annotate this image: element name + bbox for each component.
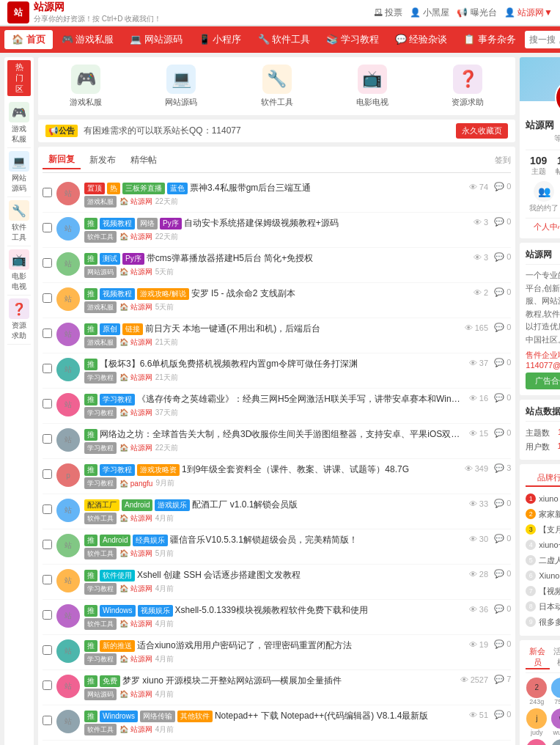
post-title[interactable]: 【极坏3】6.6单机版免费搭机视频教程内置gm令牌可做任务打深渊 [100, 358, 465, 370]
post-title[interactable]: 梦罗 xiuno 开源模块二开整站网站源码—横展加全量插件 [122, 675, 456, 687]
rank-item[interactable]: 1 xiuno (锋罗) 如平模板二开电暖位网 [526, 491, 560, 507]
post-title[interactable]: 自动安卡系统搭建保姆级视频教程+源码 [184, 217, 469, 230]
member-item[interactable]: 7 7537 [550, 678, 560, 705]
hot-tv[interactable]: 📺 电影电视 [7, 246, 31, 296]
expose-link[interactable]: 📢 曝光台 [457, 7, 496, 19]
post-checkbox[interactable] [43, 399, 52, 408]
nav-item-exp[interactable]: 💬 经验杂谈 [388, 30, 455, 49]
post-author-link[interactable]: 站源网 [130, 725, 152, 733]
post-checkbox[interactable] [43, 540, 52, 549]
post-checkbox[interactable] [43, 223, 52, 232]
sign-in-btn[interactable]: 签到 [495, 155, 511, 166]
post-author-link[interactable]: 站源网 [130, 655, 152, 663]
post-checkbox[interactable] [43, 716, 52, 725]
post-title[interactable]: Notepad++ 下载 Notepad++(代码编辑器) V8.1.4最新版 [215, 710, 465, 722]
post-checkbox[interactable] [43, 188, 52, 197]
rank-item[interactable]: 4 xiuno~GU企升新版 [526, 537, 560, 553]
hot-tools[interactable]: 🔧 软件工具 [7, 197, 31, 246]
post-author-link[interactable]: 站源网 [130, 584, 152, 592]
action-my-follows[interactable]: 👥 我的约了 [529, 181, 559, 213]
post-author-link[interactable]: 站源网 [130, 303, 152, 311]
hot-help[interactable]: ❓ 资源求助 [7, 296, 31, 345]
post-title[interactable]: 安罗 I5 - 战余命2 支线副本 [191, 287, 469, 300]
post-checkbox[interactable] [43, 258, 52, 268]
post-title[interactable]: 疆信音乐V10.5.3.1解锁超级会员，完美精简版！ [170, 534, 464, 546]
post-checkbox[interactable] [43, 329, 52, 338]
hot-code[interactable]: 💻 网站源码 [7, 148, 31, 197]
hot-game[interactable]: 🎮 游戏私服 [7, 99, 31, 148]
post-checkbox[interactable] [43, 504, 52, 514]
post-checkbox[interactable] [43, 680, 52, 690]
post-author-link[interactable]: 站源网 [130, 620, 152, 628]
user-menu[interactable]: 👤 站源网▼ [504, 7, 553, 19]
vote-link[interactable]: 🗳 投票 [374, 7, 402, 19]
post-title[interactable]: Xshell-5.0.1339模块视频教程软件免费下载和使用 [175, 604, 465, 617]
hot-label: 热门区 [7, 60, 31, 96]
post-title[interactable]: 适合xiuno游戏用用户密码记了，管理密码重置闭配方法 [137, 639, 465, 652]
search-input[interactable] [525, 31, 560, 48]
members-tab-active[interactable]: 活跃榜 [550, 646, 560, 669]
post-title[interactable]: 网络边之坊：全球首告关大制，经典3D收服你生间关手游图组整器，支持安卓、平果iO… [100, 428, 465, 441]
post-author-link[interactable]: pangfu [130, 480, 153, 488]
post-checkbox[interactable] [43, 469, 52, 479]
nav-item-tools[interactable]: 🔧 软件工具 [251, 30, 318, 49]
member-item[interactable]: w wuyto [550, 708, 560, 736]
tab-featured[interactable]: 精华帖 [125, 152, 163, 169]
nav-item-game[interactable]: 🎮 游戏私服 [54, 30, 122, 49]
rank-item[interactable]: 2 家家新~xiuno支付转, 哈哈哈哈, 我 [526, 507, 560, 522]
post-category: 软件工具 [84, 513, 117, 524]
post-checkbox[interactable] [43, 575, 52, 584]
notice-btn[interactable]: 永久收藏页 [456, 123, 508, 139]
rank-item[interactable]: 7 【视频帖格2011年】特给出[文字文 [526, 584, 560, 599]
post-title[interactable]: 前日方天 本地一键通(不用出和机)，后端后台 [145, 323, 460, 335]
nav-item-home[interactable]: 🏠 首页 [4, 30, 53, 49]
post-author-link[interactable]: 站源网 [130, 408, 152, 416]
cat-game[interactable]: 🎮 游戏私服 [38, 62, 133, 111]
rank-item[interactable]: 3 【支月发】新功坐些台幼步步 [526, 522, 560, 537]
post-author-link[interactable]: 站源网 [130, 373, 152, 381]
post-author-link[interactable]: 站源网 [130, 338, 152, 346]
post-title[interactable]: 票神3.4私服带gm后台三端互通 [190, 182, 465, 194]
rank-tab-brand[interactable]: 品牌行 [526, 470, 560, 487]
post-checkbox[interactable] [43, 610, 52, 620]
nav-item-code[interactable]: 💻 网站源码 [122, 30, 190, 49]
members-tab-new[interactable]: 新会员 [526, 646, 549, 669]
post-title[interactable]: 《逃存传奇之英雄霸业》：经典三网H5全网激活H联关手写，讲带安卓赛本和Win赛务… [137, 393, 465, 405]
cat-tools[interactable]: 🔧 软件工具 [229, 62, 325, 111]
rank-item[interactable]: 6 XiunoBBS 手启上播降位游戏发布版 [526, 568, 560, 584]
member-item[interactable]: 2 243g [526, 678, 548, 705]
cat-help[interactable]: ❓ 资源求助 [420, 62, 515, 111]
post-checkbox[interactable] [43, 645, 52, 655]
cat-code[interactable]: 💻 网站源码 [133, 62, 229, 111]
member-item[interactable]: l lulu [526, 739, 548, 745]
post-title[interactable]: 配酒工厂 v1.0.1解锁会员版 [192, 499, 464, 511]
post-checkbox[interactable] [43, 434, 52, 444]
rank-item[interactable]: 5 二虚人版 4K 更新*9度 太片 木风 尾 [526, 553, 560, 568]
cat-tv[interactable]: 📺 电影电视 [325, 62, 420, 111]
post-title[interactable]: Xshell 创建 SSH 会话逐步搭建图文发教程 [137, 569, 465, 581]
post-title[interactable]: 带cms弹幕播放器搭建H5后台 简化+免授权 [147, 252, 469, 265]
nav-item-tutorial[interactable]: 📚 学习教程 [319, 30, 386, 49]
post-author-link[interactable]: 站源网 [130, 197, 152, 205]
blacklist-link[interactable]: 👤 小黑屋 [410, 7, 449, 19]
post-author-link[interactable]: 站源网 [130, 232, 152, 241]
rank-item[interactable]: 8 日本动漫电影全素全机儿几 戒 看量 [526, 599, 560, 614]
ad-box[interactable]: 广告合作QQ: 110077 [526, 372, 560, 389]
post-checkbox[interactable] [43, 293, 52, 303]
post-author-link[interactable]: 站源网 [130, 444, 152, 452]
personal-center-link[interactable]: 个人中心 [534, 221, 560, 232]
member-item[interactable]: 赵 赵七虎 [550, 739, 560, 745]
tab-new-post[interactable]: 新发布 [84, 152, 122, 169]
post-author-link[interactable]: 站源网 [130, 690, 152, 698]
tab-new-reply[interactable]: 新回复 [43, 151, 81, 169]
nav-item-misc[interactable]: 📋 事务杂务 [456, 30, 523, 49]
post-author-link[interactable]: 站源网 [130, 514, 152, 522]
post-author-link[interactable]: 站源网 [130, 268, 152, 276]
post-checkbox[interactable] [43, 364, 52, 373]
rank-item[interactable]: 9 很多多以播你全家机儿几 戒 游戏 名 [526, 614, 560, 630]
member-name: 7537 [550, 698, 560, 705]
nav-item-mini[interactable]: 📱 小程序 [191, 30, 249, 49]
member-item[interactable]: j judy [526, 708, 548, 736]
post-author-link[interactable]: 站源网 [130, 549, 152, 557]
post-title[interactable]: 1到9年级全套资料全（课件、教案、讲课、试题等）48.7G [182, 463, 460, 476]
